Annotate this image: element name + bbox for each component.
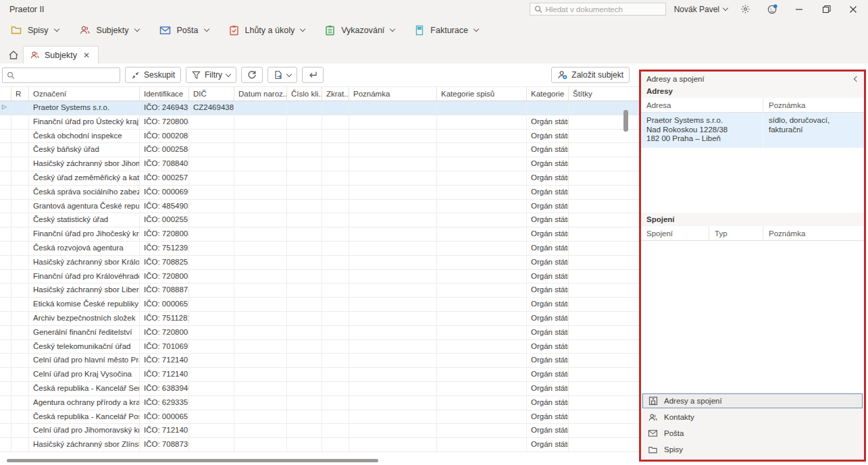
table-row[interactable]: Hasičský záchranný sbor Zlínského k IČO:… — [0, 438, 639, 452]
tab-close-icon[interactable]: ✕ — [82, 51, 91, 60]
menu-subjekty[interactable]: Subjekty — [79, 25, 139, 35]
table-search[interactable] — [2, 67, 120, 83]
maximize-button[interactable] — [817, 2, 836, 17]
refresh-button[interactable] — [241, 67, 263, 83]
row-selected-indicator — [0, 326, 11, 339]
create-subject-button[interactable]: Založit subjekt — [551, 67, 630, 83]
collapse-panel-icon[interactable] — [854, 76, 859, 81]
cell-stitky — [569, 213, 639, 227]
cell-r — [11, 200, 29, 213]
minimize-button[interactable] — [790, 2, 809, 17]
panel-nav: Adresy a spojení Kontakty Pošta Spisy — [641, 393, 864, 460]
global-search[interactable] — [530, 3, 666, 16]
table-row[interactable]: Generální finanční ředitelství IČO: 7208… — [0, 326, 639, 340]
table-row[interactable]: Česká republika - Kancelář Poslanec IČO:… — [0, 410, 639, 425]
table-row[interactable]: Celní úřad pro hlavní město Prahu IČO: 7… — [0, 354, 639, 368]
menu-vykazovani[interactable]: Vykazování — [325, 25, 394, 36]
table-row[interactable]: Česká rozvojová agentura IČO: 75123924 O… — [0, 242, 639, 256]
panel-nav-spisy[interactable]: Spisy — [642, 442, 863, 457]
cell-identifikace: IČO: 72080043 — [140, 270, 189, 283]
menu-fakturace[interactable]: Fakturace — [415, 25, 478, 36]
column-header-poznamka[interactable]: Poznámka — [349, 87, 437, 101]
people-icon — [648, 413, 658, 422]
table-row[interactable]: Finanční úřad pro Jihočeský kraj IČO: 72… — [0, 227, 639, 242]
report-icon — [325, 25, 335, 36]
panel-nav-kontakty[interactable]: Kontakty — [642, 410, 863, 425]
export-document-icon — [274, 70, 283, 80]
cell-poznamka — [349, 186, 437, 199]
column-header-indicator[interactable] — [0, 87, 11, 101]
cell-poznamka — [349, 354, 437, 367]
cell-datum-narozeni — [234, 340, 287, 354]
column-header-datum-narozeni[interactable]: Datum naroz... — [234, 87, 287, 101]
feedback-button[interactable] — [763, 2, 782, 17]
table-row[interactable]: Český telekomunikační úřad IČO: 70106975… — [0, 340, 639, 354]
column-header-poznamka[interactable]: Poznámka — [763, 98, 864, 112]
table-row[interactable]: Etická komise České republiky pro o IČO:… — [0, 298, 639, 312]
menu-spisy[interactable]: Spisy — [11, 25, 59, 35]
horizontal-scrollbar-thumb[interactable] — [7, 459, 378, 462]
column-header-spojeni[interactable]: Spojení — [641, 226, 709, 240]
column-header-stitky[interactable]: Štítky — [569, 87, 639, 101]
cell-kategorie: Orgán státní — [527, 157, 569, 171]
table-row[interactable]: ▷ Praetor Systems s.r.o. IČO: 24694380 C… — [0, 101, 639, 115]
address-row[interactable]: Praetor Systems s.r.o. Nad Rokoskou 1228… — [641, 113, 864, 148]
column-header-zkratka[interactable]: Zkrat... — [322, 87, 349, 101]
column-header-oznaceni[interactable]: Označení — [29, 87, 140, 101]
table-row[interactable]: Český statistický úřad IČO: 00025593 Org… — [0, 213, 639, 227]
people-icon — [79, 25, 91, 35]
table-row[interactable]: Česká obchodní inspekce IČO: 00020869 Or… — [0, 130, 639, 144]
table-row[interactable]: Hasičský záchranný sbor Libereckéh IČO: … — [0, 283, 639, 298]
column-header-identifikace[interactable]: Identifikace — [140, 87, 189, 101]
cell-kategorie: Orgán státní — [527, 396, 569, 410]
global-search-input[interactable] — [545, 5, 661, 13]
table-row[interactable]: Agentura ochrany přírody a krajiny IČO: … — [0, 396, 639, 410]
vertical-scrollbar-thumb[interactable] — [623, 110, 628, 132]
table-row[interactable]: Hasičský záchranný sbor Jihomoravs IČO: … — [0, 157, 639, 171]
table-row[interactable]: Česká správa sociálního zabezpečen IČO: … — [0, 186, 639, 200]
table-row[interactable]: Archiv bezpečnostních složek IČO: 751128… — [0, 312, 639, 326]
filters-button[interactable]: Filtry — [186, 67, 236, 83]
table-row[interactable]: Český úřad zeměměřický a katastrál IČO: … — [0, 171, 639, 186]
cell-oznaceni: Česká republika - Kancelář Poslanec — [29, 410, 140, 424]
cell-datum-narozeni — [234, 382, 287, 395]
cell-oznaceni: Český úřad zeměměřický a katastrál — [29, 171, 140, 185]
column-header-typ[interactable]: Typ — [709, 226, 763, 240]
column-header-adresa[interactable]: Adresa — [641, 98, 763, 112]
table-row[interactable]: Hasičský záchranný sbor Královéhra IČO: … — [0, 256, 639, 270]
cell-zkratka — [322, 143, 349, 157]
table-row[interactable]: Celní úřad pro Jihomoravský kraj IČO: 71… — [0, 424, 639, 438]
column-header-poznamka[interactable]: Poznámka — [763, 226, 864, 240]
column-header-r[interactable]: R — [11, 87, 29, 101]
cell-stitky — [569, 171, 639, 185]
table-search-input[interactable] — [18, 71, 116, 79]
folder-icon — [11, 25, 22, 35]
table-row[interactable]: Grantová agentura České republiky IČO: 4… — [0, 200, 639, 214]
tab-subjekty[interactable]: Subjekty ✕ — [23, 46, 99, 63]
tab-home[interactable] — [4, 46, 23, 63]
column-header-kategorie[interactable]: Kategorie — [527, 87, 569, 101]
settings-button[interactable] — [736, 2, 755, 17]
panel-nav-posta[interactable]: Pošta — [642, 426, 863, 441]
user-menu[interactable]: Novák Pavel — [674, 5, 727, 14]
column-header-cislo-klienta[interactable]: Číslo kli... — [287, 87, 322, 101]
column-header-kategorie-spisu[interactable]: Kategorie spisů — [437, 87, 527, 101]
menu-lhuty-a-ukoly[interactable]: Lhůty a úkoly — [229, 25, 305, 36]
cell-r — [11, 157, 29, 171]
table-row[interactable]: Celní úřad pro Kraj Vysočina IČO: 712140… — [0, 368, 639, 382]
cell-oznaceni: Česká rozvojová agentura — [29, 242, 140, 255]
table-row[interactable]: Finanční úřad pro Královéhradecký IČO: 7… — [0, 270, 639, 284]
cell-identifikace: IČO: 63839407 — [140, 382, 189, 395]
table-row[interactable]: Český báňský úřad IČO: 00025844 Orgán st… — [0, 143, 639, 157]
enter-button[interactable] — [302, 67, 324, 83]
column-header-dic[interactable]: DIČ — [189, 87, 234, 101]
cell-kategorie-spisu — [437, 270, 527, 283]
group-button[interactable]: Seskupit — [125, 67, 181, 83]
menu-posta[interactable]: Pošta — [159, 26, 209, 35]
panel-nav-adresy-a-spojeni[interactable]: Adresy a spojení — [642, 393, 863, 408]
table-row[interactable]: Finanční úřad pro Ústecký kraj IČO: 7208… — [0, 115, 639, 130]
close-button[interactable] — [844, 2, 863, 17]
cell-identifikace: IČO: 70884099 — [140, 157, 189, 171]
table-row[interactable]: Česká republika - Kancelář Senátu IČO: 6… — [0, 382, 639, 396]
export-button[interactable] — [267, 67, 297, 83]
